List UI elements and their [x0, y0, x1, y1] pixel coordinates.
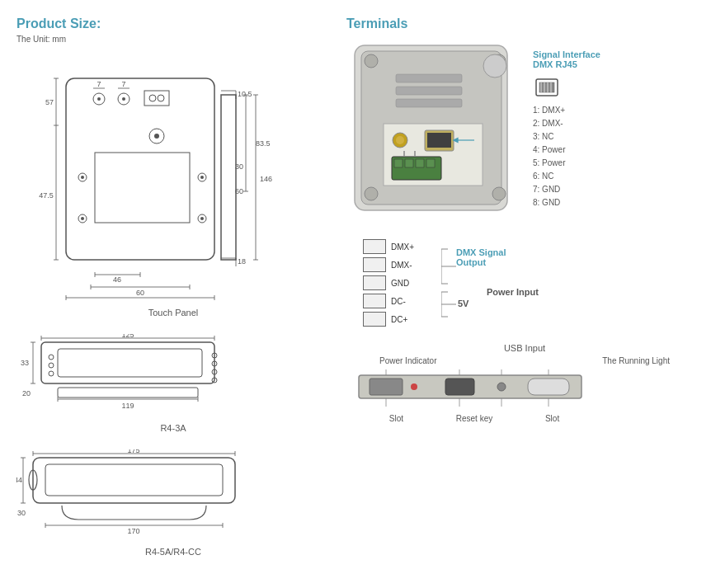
running-light-label: The Running Light — [602, 356, 670, 365]
usb-section: USB Input Power Indicator The Running Li… — [355, 343, 695, 423]
svg-rect-122 — [539, 82, 554, 92]
product-size-title: Product Size: — [16, 16, 330, 31]
svg-point-103 — [492, 187, 506, 200]
svg-point-141 — [411, 383, 417, 390]
r4-3a-drawing: 125 119 33 20 R4-3A — [16, 334, 330, 433]
svg-text:175: 175 — [127, 449, 139, 454]
svg-point-14 — [81, 217, 84, 220]
pin-5: 5: Power — [533, 157, 600, 170]
svg-rect-138 — [445, 379, 474, 395]
pin-6: 6: NC — [533, 170, 600, 183]
svg-rect-110 — [405, 159, 413, 167]
r4-5a-svg: 175 170 44 30 — [16, 449, 280, 540]
unit-label: The Unit: mm — [16, 35, 330, 44]
svg-rect-1 — [221, 95, 236, 260]
dmx-annotations: 5V DMX Signal Output Power Input — [433, 239, 573, 323]
terminals-title: Terminals — [346, 16, 695, 31]
svg-text:60: 60 — [235, 187, 243, 195]
terminal-label-dmxminus: DMX- — [391, 261, 420, 270]
svg-text:20: 20 — [22, 389, 31, 397]
rj45-icon — [533, 76, 561, 99]
svg-point-12 — [81, 176, 84, 179]
svg-rect-112 — [426, 159, 435, 167]
svg-rect-0 — [66, 78, 214, 260]
pin-1: 1: DMX+ — [533, 104, 600, 117]
touch-panel-drawing: 7 7 57 47.5 46 — [16, 54, 330, 318]
terminal-label-gnd: GND — [391, 279, 420, 288]
usb-bottom-labels: Slot Reset key Slot — [355, 414, 586, 423]
svg-text:46: 46 — [113, 275, 121, 284]
pin-2: 2: DMX- — [533, 117, 600, 130]
svg-text:7: 7 — [121, 80, 125, 88]
terminal-box-gnd — [363, 275, 386, 290]
terminal-row-dmxminus: DMX- — [363, 257, 420, 272]
reset-key-label: Reset key — [456, 414, 492, 423]
pin-7: 7: GND — [533, 183, 600, 196]
signal-interface-annotation: Signal Interface DMX RJ45 1: DMX+ 2: DMX… — [533, 41, 600, 209]
svg-point-10 — [154, 134, 159, 139]
r4-3a-label: R4-3A — [16, 423, 330, 433]
r4-5a-drawing: 175 170 44 30 R4-5A/R4-CC — [16, 449, 330, 557]
terminal-row-dcplus: DC+ — [363, 312, 420, 327]
svg-rect-68 — [58, 388, 198, 397]
power-indicator-label: Power Indicator — [379, 356, 436, 365]
svg-text:44: 44 — [16, 476, 22, 484]
touch-panel-svg: 7 7 57 47.5 46 — [16, 54, 280, 301]
svg-point-5 — [122, 97, 125, 101]
terminal-row-gnd: GND — [363, 275, 420, 290]
r4-5a-label: R4-5A/R4-CC — [16, 547, 330, 557]
svg-point-3 — [97, 97, 101, 101]
pin-4: 4: Power — [533, 143, 600, 157]
svg-text:10.5: 10.5 — [238, 90, 252, 98]
svg-rect-119 — [396, 99, 462, 107]
svg-text:57: 57 — [45, 98, 54, 106]
dmx-terminals: DMX+ DMX- GND DC- — [363, 239, 420, 327]
svg-text:60: 60 — [136, 289, 144, 297]
signal-interface-title: Signal Interface DMX RJ45 — [533, 49, 600, 69]
terminals-top: Signal Interface DMX RJ45 1: DMX+ 2: DMX… — [346, 41, 695, 223]
svg-text:7: 7 — [97, 80, 101, 88]
svg-rect-83 — [45, 464, 223, 496]
terminal-box-dmxplus — [363, 239, 386, 254]
dmx-block-section: DMX+ DMX- GND DC- — [363, 239, 695, 327]
svg-rect-140 — [528, 379, 569, 395]
terminal-device-image — [346, 41, 520, 223]
r4-3a-svg: 125 119 33 20 — [16, 334, 280, 416]
left-column: Product Size: The Unit: mm — [16, 16, 330, 573]
svg-point-100 — [365, 54, 378, 68]
right-column: Terminals — [346, 16, 695, 573]
usb-bar-svg — [355, 367, 586, 412]
svg-point-18 — [200, 217, 204, 220]
svg-text:47.5: 47.5 — [39, 191, 54, 200]
svg-point-63 — [49, 371, 54, 376]
svg-rect-6 — [144, 91, 169, 106]
svg-point-139 — [497, 383, 506, 391]
svg-text:146: 146 — [260, 175, 272, 183]
svg-rect-137 — [370, 379, 403, 395]
svg-rect-109 — [394, 159, 403, 167]
svg-text:30: 30 — [235, 162, 243, 171]
pin-8: 8: GND — [533, 196, 600, 209]
device-svg — [346, 41, 520, 223]
svg-rect-19 — [95, 153, 190, 223]
terminal-box-dcminus — [363, 294, 386, 308]
svg-text:83.5: 83.5 — [256, 139, 271, 148]
svg-point-62 — [49, 363, 54, 368]
page-container: Product Size: The Unit: mm — [16, 16, 695, 573]
touch-panel-label: Touch Panel — [16, 308, 330, 318]
svg-point-102 — [365, 187, 378, 200]
power-input-label: Power Input — [487, 287, 539, 297]
usb-title: USB Input — [355, 343, 695, 353]
terminal-row-dmxplus: DMX+ — [363, 239, 420, 254]
pin-list: 1: DMX+ 2: DMX- 3: NC 4: Power 5: Power … — [533, 104, 600, 209]
terminal-label-dcminus: DC- — [391, 297, 420, 306]
svg-point-61 — [49, 355, 54, 360]
svg-rect-111 — [416, 159, 424, 167]
svg-text:18: 18 — [238, 257, 246, 266]
slot-right-label: Slot — [545, 414, 559, 423]
svg-point-114 — [396, 136, 404, 144]
svg-point-16 — [200, 176, 204, 179]
terminal-box-dmxminus — [363, 257, 386, 272]
svg-text:125: 125 — [121, 334, 134, 339]
svg-point-8 — [158, 95, 164, 101]
